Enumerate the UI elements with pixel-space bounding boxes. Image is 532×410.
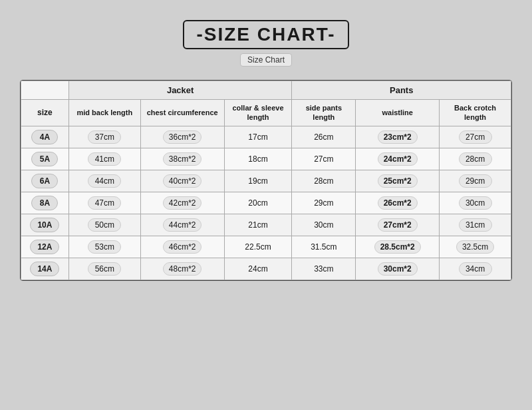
table-row: 12A53cm46cm*222.5cm31.5cm28.5cm*232.5cm xyxy=(21,236,511,258)
table-cell: 17cm xyxy=(224,126,292,148)
table-body: 4A37cm36cm*217cm26cm23cm*227cm5A41cm38cm… xyxy=(21,126,511,280)
table-cell: 20cm xyxy=(224,192,292,214)
table-cell: 24cm*2 xyxy=(356,148,440,170)
cell-value: 12A xyxy=(30,240,59,254)
cell-value: 47cm xyxy=(88,196,121,210)
cell-value: 28.5cm*2 xyxy=(374,240,421,254)
table-cell: 41cm xyxy=(68,148,140,170)
jacket-group-header: Jacket xyxy=(68,81,292,100)
cell-value: 44cm*2 xyxy=(163,218,202,232)
cell-value: 14A xyxy=(30,262,59,276)
table-cell: 30cm xyxy=(440,192,511,214)
table-cell: 31cm xyxy=(440,214,511,236)
table-cell: 10A xyxy=(21,214,69,236)
col-header-chest: chest circumference xyxy=(140,100,224,126)
cell-value: 6A xyxy=(31,174,58,188)
table-row: 6A44cm40cm*219cm28cm25cm*229cm xyxy=(21,170,511,192)
cell-value: 10A xyxy=(30,218,59,232)
cell-value: 34cm xyxy=(459,262,492,276)
cell-value: 50cm xyxy=(88,218,121,232)
cell-value: 31cm xyxy=(459,218,492,232)
table-cell: 31.5cm xyxy=(292,236,356,258)
cell-value: 27cm xyxy=(459,130,492,144)
table-cell: 47cm xyxy=(68,192,140,214)
table-cell: 4A xyxy=(21,126,69,148)
table-cell: 30cm*2 xyxy=(356,258,440,280)
table-cell: 25cm*2 xyxy=(356,170,440,192)
table-cell: 22.5cm xyxy=(224,236,292,258)
table-cell: 36cm*2 xyxy=(140,126,224,148)
col-header-waist: waistline xyxy=(356,100,440,126)
group-header-row: Jacket Pants xyxy=(21,81,511,100)
cell-value: 46cm*2 xyxy=(163,240,202,254)
cell-value: 4A xyxy=(31,130,58,144)
table-cell: 26cm xyxy=(292,126,356,148)
table-cell: 40cm*2 xyxy=(140,170,224,192)
table-cell: 5A xyxy=(21,148,69,170)
table-row: 14A56cm48cm*224cm33cm30cm*234cm xyxy=(21,258,511,280)
cell-value: 23cm*2 xyxy=(378,130,418,144)
cell-value: 44cm xyxy=(88,174,121,188)
col-header-side-pants: side pants length xyxy=(292,100,356,126)
table-cell: 27cm xyxy=(440,126,511,148)
table-cell: 12A xyxy=(21,236,69,258)
table-cell: 28.5cm*2 xyxy=(356,236,440,258)
table-row: 10A50cm44cm*221cm30cm27cm*231cm xyxy=(21,214,511,236)
cell-value: 56cm xyxy=(88,262,121,276)
col-header-row: size mid back length chest circumference… xyxy=(21,100,511,126)
cell-value: 41cm xyxy=(88,152,121,166)
table-cell: 37cm xyxy=(68,126,140,148)
cell-value: 28cm xyxy=(459,152,492,166)
cell-value: 25cm*2 xyxy=(378,174,418,188)
table-cell: 6A xyxy=(21,170,69,192)
cell-value: 53cm xyxy=(88,240,121,254)
main-title: -SIZE CHART- xyxy=(183,20,348,49)
table-cell: 32.5cm xyxy=(440,236,511,258)
table-cell: 33cm xyxy=(292,258,356,280)
table-cell: 21cm xyxy=(224,214,292,236)
size-chart-table: Jacket Pants size mid back length chest … xyxy=(21,81,511,280)
cell-value: 5A xyxy=(31,152,58,166)
cell-value: 30cm*2 xyxy=(378,262,418,276)
cell-value: 32.5cm xyxy=(456,240,494,254)
size-chart-table-container: Jacket Pants size mid back length chest … xyxy=(20,80,512,281)
table-cell: 48cm*2 xyxy=(140,258,224,280)
table-cell: 14A xyxy=(21,258,69,280)
table-cell: 8A xyxy=(21,192,69,214)
table-row: 4A37cm36cm*217cm26cm23cm*227cm xyxy=(21,126,511,148)
table-cell: 18cm xyxy=(224,148,292,170)
table-cell: 34cm xyxy=(440,258,511,280)
table-cell: 28cm xyxy=(440,148,511,170)
table-cell: 24cm xyxy=(224,258,292,280)
table-cell: 44cm xyxy=(68,170,140,192)
cell-value: 38cm*2 xyxy=(163,152,202,166)
table-cell: 50cm xyxy=(68,214,140,236)
table-cell: 30cm xyxy=(292,214,356,236)
col-header-back-crotch: Back crotch length xyxy=(440,100,511,126)
cell-value: 30cm xyxy=(459,196,492,210)
cell-value: 37cm xyxy=(88,130,121,144)
table-cell: 29cm xyxy=(440,170,511,192)
table-cell: 53cm xyxy=(68,236,140,258)
table-cell: 19cm xyxy=(224,170,292,192)
table-cell: 38cm*2 xyxy=(140,148,224,170)
header-area: -SIZE CHART- Size Chart xyxy=(183,20,348,67)
cell-value: 36cm*2 xyxy=(163,130,202,144)
cell-value: 8A xyxy=(31,196,58,210)
col-header-collar: collar & sleeve length xyxy=(224,100,292,126)
cell-value: 29cm xyxy=(459,174,492,188)
col-header-size: size xyxy=(21,100,69,126)
table-row: 5A41cm38cm*218cm27cm24cm*228cm xyxy=(21,148,511,170)
pants-group-header: Pants xyxy=(292,81,511,100)
table-cell: 26cm*2 xyxy=(356,192,440,214)
subtitle: Size Chart xyxy=(240,53,292,67)
table-cell: 56cm xyxy=(68,258,140,280)
table-cell: 27cm xyxy=(292,148,356,170)
table-cell: 44cm*2 xyxy=(140,214,224,236)
table-cell: 27cm*2 xyxy=(356,214,440,236)
table-cell: 28cm xyxy=(292,170,356,192)
table-cell: 42cm*2 xyxy=(140,192,224,214)
cell-value: 40cm*2 xyxy=(163,174,202,188)
table-cell: 46cm*2 xyxy=(140,236,224,258)
cell-value: 24cm*2 xyxy=(378,152,418,166)
